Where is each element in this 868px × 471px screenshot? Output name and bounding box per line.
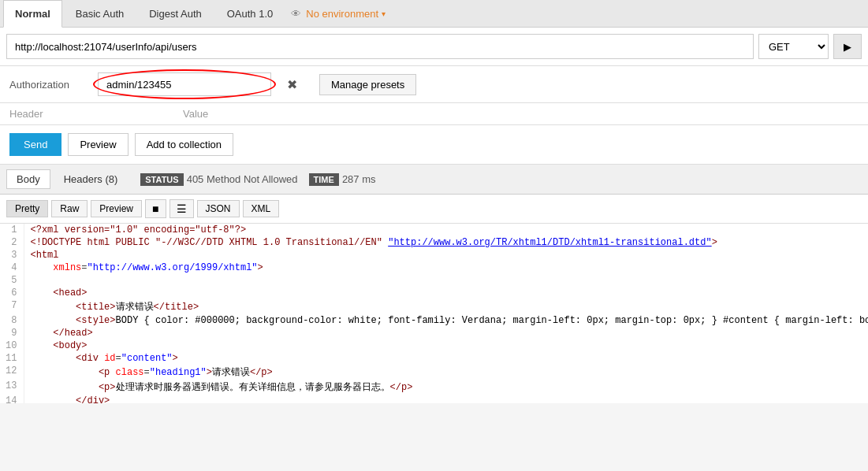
code-row: 2 <!DOCTYPE html PUBLIC "-//W3C//DTD XHT… [0,236,868,249]
code-row: 3 <html [0,249,868,261]
manage-presets-button[interactable]: Manage presets [319,74,416,95]
tab-basic-auth-label: Basic Auth [76,8,124,20]
rtab-headers[interactable]: Headers (8) [54,169,129,189]
auth-input-wrap [98,72,271,96]
add-collection-label: Add to collection [147,139,222,150]
line-number: 5 [0,274,24,287]
send-url-button[interactable]: ▶ [833,34,862,59]
auth-row: Authorization ✖ Manage presets [9,72,859,96]
tab-oauth[interactable]: OAuth 1.0 [215,0,285,28]
code-line-content: <head> [24,287,868,299]
rtab-headers-label: Headers (8) [64,173,118,185]
line-number: 4 [0,261,24,274]
line-number: 13 [0,380,24,395]
fmt-pretty-button[interactable]: Pretty [6,200,48,217]
line-number: 12 [0,365,24,380]
clear-icon[interactable]: ✖ [287,77,297,92]
code-line-content: <style>BODY { color: #000000; background… [24,314,868,327]
code-line-content: </div> [24,395,868,403]
code-row: 11 <div id="content"> [0,352,868,365]
line-number: 10 [0,339,24,352]
code-row: 10 <body> [0,339,868,352]
response-tabs: Body Headers (8) STATUS 405 Method Not A… [0,165,868,195]
code-line-content: <!DOCTYPE html PUBLIC "-//W3C//DTD XHTML… [24,236,868,249]
preview-label: Preview [80,139,116,150]
status-label: STATUS [140,173,183,186]
env-selector[interactable]: No environment ▾ [306,8,386,20]
fmt-preview-label: Preview [99,203,133,214]
code-line-content: <?xml version="1.0" encoding="utf-8"?> [24,224,868,236]
url-input[interactable] [6,34,754,59]
auth-input[interactable] [98,72,271,96]
tab-digest-auth[interactable]: Digest Auth [137,0,214,28]
fmt-pretty-label: Pretty [15,203,39,214]
tab-normal-label: Normal [15,8,50,20]
line-number: 2 [0,236,24,249]
code-line-content: <title>请求错误</title> [24,299,868,314]
fmt-json-label: JSON [206,203,231,214]
code-line-content: <body> [24,339,868,352]
status-value: 405 Method Not Allowed [187,173,298,185]
code-row: 1 <?xml version="1.0" encoding="utf-8"?> [0,224,868,236]
rtab-body[interactable]: Body [6,169,50,189]
code-area: 1 <?xml version="1.0" encoding="utf-8"?>… [0,224,868,403]
tab-digest-auth-label: Digest Auth [149,8,202,20]
code-line-content: <div id="content"> [24,352,868,365]
tab-normal[interactable]: Normal [3,0,62,28]
tab-basic-auth[interactable]: Basic Auth [64,0,136,28]
header-label: Header [9,108,88,120]
time-label: TIME [309,173,339,186]
eye-icon[interactable]: 👁 [291,8,301,20]
url-bar: GET POST PUT DELETE PATCH ▶ [0,28,868,66]
code-line-content [24,274,868,287]
tab-oauth-label: OAuth 1.0 [227,8,274,20]
fmt-preview-button[interactable]: Preview [91,200,142,217]
action-bar: Send Preview Add to collection [0,125,868,165]
send-button[interactable]: Send [9,133,61,156]
auth-label: Authorization [9,79,88,91]
code-row: 7 <title>请求错误</title> [0,299,868,314]
rtab-body-label: Body [17,173,40,185]
manage-presets-label: Manage presets [331,79,404,91]
header-value-row: Header Value [0,103,868,125]
status-badge: STATUS 405 Method Not Allowed TIME 287 m… [140,173,375,186]
fmt-json-button[interactable]: JSON [197,200,240,217]
code-row: 8 <style>BODY { color: #000000; backgrou… [0,314,868,327]
code-row: 4 xmlns="http://www.w3.org/1999/xhtml"> [0,261,868,274]
line-number: 14 [0,395,24,403]
preview-button[interactable]: Preview [68,133,128,156]
code-line-content: xmlns="http://www.w3.org/1999/xhtml"> [24,261,868,274]
fmt-xml-label: XML [251,203,271,214]
env-label: No environment [306,8,378,20]
code-row: 9 </head> [0,327,868,339]
code-row: 5 [0,274,868,287]
line-number: 9 [0,327,24,339]
fmt-copy-button[interactable]: ■ [145,199,166,218]
method-select[interactable]: GET POST PUT DELETE PATCH [758,34,829,59]
code-row: 13 <p>处理请求时服务器遇到错误。有关详细信息，请参见服务器日志。</p> [0,380,868,395]
time-value: 287 ms [342,173,376,185]
value-label: Value [183,108,208,120]
code-table: 1 <?xml version="1.0" encoding="utf-8"?>… [0,224,868,403]
code-row: 6 <head> [0,287,868,299]
line-number: 3 [0,249,24,261]
code-line-content: <p class="heading1">请求错误</p> [24,365,868,380]
line-number: 8 [0,314,24,327]
code-line-content: </head> [24,327,868,339]
fmt-xml-button[interactable]: XML [243,200,280,217]
code-row: 12 <p class="heading1">请求错误</p> [0,365,868,380]
code-row: 14 </div> [0,395,868,403]
code-line-content: <p>处理请求时服务器遇到错误。有关详细信息，请参见服务器日志。</p> [24,380,868,395]
send-label: Send [24,139,47,150]
format-bar: Pretty Raw Preview ■ ☰ JSON XML [0,195,868,224]
tab-bar: Normal Basic Auth Digest Auth OAuth 1.0 … [0,0,868,28]
fmt-raw-button[interactable]: Raw [51,200,88,217]
line-number: 6 [0,287,24,299]
fmt-wrap-button[interactable]: ☰ [170,199,194,218]
line-number: 1 [0,224,24,236]
line-number: 11 [0,352,24,365]
line-number: 7 [0,299,24,314]
auth-section: Authorization ✖ Manage presets [0,66,868,103]
add-collection-button[interactable]: Add to collection [135,133,233,156]
chevron-down-icon: ▾ [382,9,386,18]
